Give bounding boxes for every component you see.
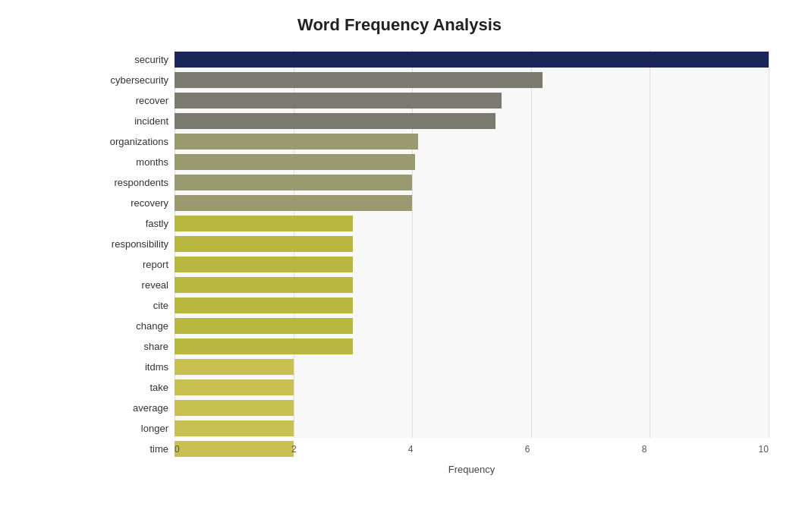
bar-fill <box>175 93 502 109</box>
bar-track <box>175 236 769 252</box>
bar-track <box>175 297 769 313</box>
x-tick-0: 0 <box>175 444 180 455</box>
bar-label: recovery <box>91 197 175 209</box>
bar-fill <box>175 318 353 334</box>
bar-label: responsibility <box>91 238 175 250</box>
bar-label: security <box>91 54 175 65</box>
bar-track <box>175 359 769 375</box>
bar-row: reveal <box>91 275 769 294</box>
bar-row: longer <box>91 419 769 438</box>
bar-fill <box>175 154 415 170</box>
bar-track <box>175 52 769 68</box>
bar-row: security <box>91 50 769 69</box>
bar-label: fastly <box>91 218 175 229</box>
bar-fill <box>175 195 412 211</box>
bar-fill <box>175 175 412 190</box>
x-axis-label: Frequency <box>91 464 769 475</box>
bar-label: cite <box>91 300 175 311</box>
bar-row: organizations <box>91 132 769 151</box>
bar-label: average <box>91 402 175 414</box>
bar-label: change <box>91 320 175 332</box>
bar-fill <box>175 379 294 395</box>
x-tick-6: 6 <box>525 444 530 455</box>
bar-fill <box>175 277 353 293</box>
bar-track <box>175 420 769 436</box>
bar-fill <box>175 400 294 416</box>
bar-track <box>175 154 769 170</box>
bar-fill <box>175 338 353 354</box>
bar-row: recovery <box>91 194 769 212</box>
bar-track <box>175 379 769 395</box>
bar-label: time <box>91 443 175 455</box>
bar-row: months <box>91 153 769 172</box>
chart-title: Word Frequency Analysis <box>30 15 769 35</box>
bar-label: share <box>91 341 175 352</box>
bar-fill <box>175 216 353 231</box>
bar-label: itdms <box>91 361 175 373</box>
x-tick-2: 2 <box>291 444 297 455</box>
bar-fill <box>175 257 353 272</box>
bar-label: report <box>91 259 175 270</box>
bar-fill <box>175 113 495 129</box>
bar-track <box>175 400 769 416</box>
bar-track <box>175 113 769 129</box>
bar-row: responsibility <box>91 235 769 253</box>
bar-track <box>175 277 769 293</box>
bar-track <box>175 93 769 109</box>
bar-row: share <box>91 337 769 356</box>
bar-label: months <box>91 156 175 168</box>
bar-label: recover <box>91 95 175 106</box>
bar-row: incident <box>91 112 769 131</box>
bar-label: respondents <box>91 177 175 188</box>
bar-row: recover <box>91 91 769 110</box>
bar-row: report <box>91 255 769 274</box>
bar-row: change <box>91 316 769 335</box>
bar-track <box>175 195 769 211</box>
bar-row: take <box>91 378 769 397</box>
bar-row: cybersecurity <box>91 71 769 90</box>
bar-fill <box>175 72 543 88</box>
bar-row: itdms <box>91 357 769 376</box>
x-tick-10: 10 <box>759 444 769 455</box>
bar-label: organizations <box>91 136 175 147</box>
bar-fill <box>175 236 353 252</box>
bar-label: reveal <box>91 279 175 291</box>
bar-fill <box>175 52 769 68</box>
bar-row: fastly <box>91 214 769 233</box>
bar-track <box>175 257 769 272</box>
bar-fill <box>175 134 418 150</box>
bar-track <box>175 175 769 190</box>
bar-track <box>175 72 769 88</box>
bar-label: cybersecurity <box>91 74 175 86</box>
bar-track <box>175 216 769 231</box>
bar-track <box>175 338 769 354</box>
bar-row: respondents <box>91 173 769 192</box>
bar-row: cite <box>91 296 769 315</box>
bar-fill <box>175 420 294 436</box>
chart-container: Word Frequency Analysis securitycybersec… <box>0 0 799 532</box>
x-tick-8: 8 <box>642 444 647 455</box>
bar-fill <box>175 297 353 313</box>
bar-label: take <box>91 382 175 393</box>
bar-row: average <box>91 398 769 417</box>
bar-label: incident <box>91 115 175 127</box>
bar-label: longer <box>91 423 175 434</box>
bar-track <box>175 134 769 150</box>
bar-fill <box>175 359 294 375</box>
x-tick-4: 4 <box>408 444 414 455</box>
bar-track <box>175 318 769 334</box>
